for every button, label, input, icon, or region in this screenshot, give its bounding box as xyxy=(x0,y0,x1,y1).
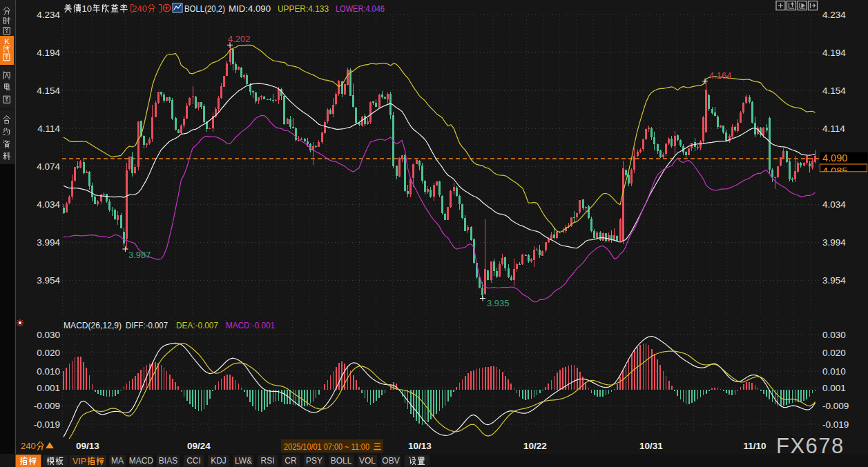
svg-text:CCI: CCI xyxy=(186,456,201,466)
svg-text:4.154: 4.154 xyxy=(37,86,60,96)
svg-text:3.954: 3.954 xyxy=(37,275,60,286)
svg-text:3.935: 3.935 xyxy=(487,298,510,308)
svg-text:OBV: OBV xyxy=(382,456,399,466)
svg-text:0.020: 0.020 xyxy=(37,348,60,358)
svg-text:MACD(26,12,9): MACD(26,12,9) xyxy=(64,320,122,330)
svg-text:10/22: 10/22 xyxy=(523,441,547,451)
svg-text:0.001: 0.001 xyxy=(37,383,60,393)
svg-text:K: K xyxy=(4,37,10,46)
svg-text:10/31: 10/31 xyxy=(639,441,663,451)
svg-text:-0.009: -0.009 xyxy=(34,401,60,411)
svg-text:4.234: 4.234 xyxy=(37,10,60,20)
svg-text:MACD:-0.001: MACD:-0.001 xyxy=(226,320,275,330)
svg-text:-0.019: -0.019 xyxy=(822,419,849,430)
svg-text:4.034: 4.034 xyxy=(822,199,846,210)
svg-text:VIP: VIP xyxy=(73,457,86,466)
svg-text:4.202: 4.202 xyxy=(228,34,251,44)
svg-text:4.090: 4.090 xyxy=(822,152,847,163)
svg-text:KDJ: KDJ xyxy=(211,456,226,466)
svg-text:2025/10/01 07:00 ~ 11:00: 2025/10/01 07:00 ~ 11:00 xyxy=(284,441,369,452)
svg-text:MID:4.090: MID:4.090 xyxy=(229,3,271,14)
svg-text:3.987: 3.987 xyxy=(128,250,151,260)
svg-text:4.034: 4.034 xyxy=(37,199,60,210)
svg-text:4.194: 4.194 xyxy=(37,48,60,58)
svg-text:-0.009: -0.009 xyxy=(822,401,849,411)
svg-text:240: 240 xyxy=(21,441,36,451)
svg-text:-0.019: -0.019 xyxy=(34,419,60,430)
svg-text:CR: CR xyxy=(284,456,297,466)
svg-text:UPPER:4.133: UPPER:4.133 xyxy=(278,3,329,14)
svg-text:3.954: 3.954 xyxy=(822,275,846,286)
svg-text:4.164: 4.164 xyxy=(709,70,732,81)
svg-text:4.234: 4.234 xyxy=(822,10,846,20)
svg-text:4.194: 4.194 xyxy=(822,48,846,58)
svg-text:09/13: 09/13 xyxy=(76,441,99,451)
svg-text:10: 10 xyxy=(82,3,92,14)
svg-text:MACD: MACD xyxy=(129,456,154,466)
svg-text:0.020: 0.020 xyxy=(822,348,846,358)
svg-text:4.074: 4.074 xyxy=(37,161,60,172)
svg-text:3.994: 3.994 xyxy=(37,237,60,248)
svg-text:LW&: LW& xyxy=(235,456,252,466)
svg-text:DIFF:-0.007: DIFF:-0.007 xyxy=(126,320,168,330)
svg-text:LOWER:4.046: LOWER:4.046 xyxy=(336,3,385,14)
svg-text:MA: MA xyxy=(111,456,124,466)
svg-text:240: 240 xyxy=(132,3,147,14)
svg-text:PSY: PSY xyxy=(306,456,322,466)
svg-text:BOLL(20,2): BOLL(20,2) xyxy=(184,3,225,14)
svg-text:4.154: 4.154 xyxy=(822,86,846,96)
svg-text:BIAS: BIAS xyxy=(159,456,177,466)
svg-text:VOL: VOL xyxy=(359,456,376,466)
svg-text:RSI: RSI xyxy=(260,456,274,466)
svg-text:11/10: 11/10 xyxy=(743,441,766,451)
svg-text:09/24: 09/24 xyxy=(187,441,211,451)
svg-text:DEA:-0.007: DEA:-0.007 xyxy=(176,320,218,330)
svg-text:0.030: 0.030 xyxy=(37,330,60,340)
svg-text:0.010: 0.010 xyxy=(822,366,846,377)
svg-text:3.994: 3.994 xyxy=(822,237,846,248)
svg-text:0.001: 0.001 xyxy=(822,383,846,393)
svg-text:4.114: 4.114 xyxy=(822,123,845,134)
svg-text:0.010: 0.010 xyxy=(37,366,60,377)
svg-text:4.114: 4.114 xyxy=(37,123,60,134)
svg-text:0.030: 0.030 xyxy=(822,330,846,340)
svg-text:10/13: 10/13 xyxy=(408,441,432,451)
svg-text:BOLL: BOLL xyxy=(331,456,352,466)
